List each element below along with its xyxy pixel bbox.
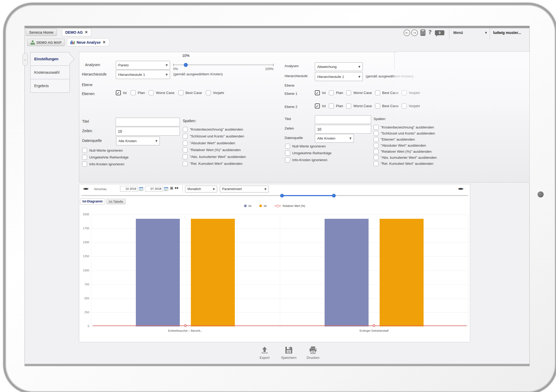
back-button[interactable]: ← — [404, 29, 410, 36]
titel-input[interactable] — [116, 118, 180, 126]
titel-input[interactable] — [315, 115, 371, 124]
checkbox-unchecked[interactable] — [149, 90, 154, 95]
hierarchiestufe-select[interactable]: Hierarchiestufe 1 ▼ — [315, 72, 363, 81]
checkbox-unchecked[interactable] — [82, 155, 87, 160]
y-tick-label: 250 — [79, 311, 89, 314]
checkbox-unchecked[interactable] — [402, 103, 407, 108]
checkbox-checked[interactable]: ✓ — [315, 103, 320, 108]
sidebar-item-knotenauswahl[interactable]: Knotenauswahl — [30, 66, 70, 79]
help-icon[interactable]: ? — [428, 29, 432, 36]
checkbox-unchecked[interactable] — [346, 103, 351, 108]
preview-nav-icon-right[interactable]: ◀●▶ — [458, 187, 463, 190]
checkbox-unchecked[interactable] — [375, 90, 380, 95]
datenquelle-select[interactable]: Alle Knoten ▼ — [116, 137, 160, 145]
tab-demo-ag-map[interactable]: DEMO AG MAP — [27, 39, 65, 46]
checkbox-unchecked[interactable] — [183, 147, 188, 152]
interval-select[interactable]: Monatlich ▼ — [185, 186, 217, 192]
list-view-icon[interactable]: ≡ — [170, 186, 173, 191]
range-track[interactable] — [81, 195, 468, 196]
tab-ist-diagramm[interactable]: Ist-Diagramm — [80, 198, 105, 205]
tab-demo-ag[interactable]: DEMO AG × — [62, 28, 91, 36]
bar-ist-1[interactable] — [325, 219, 369, 326]
checkbox-unchecked[interactable] — [183, 127, 188, 132]
checkbox-unchecked[interactable] — [82, 162, 87, 167]
checkbox-unchecked[interactable] — [285, 151, 290, 156]
checkbox-checked[interactable]: ✓ — [116, 90, 121, 95]
checkbox-unchecked[interactable] — [183, 154, 188, 159]
checkbox-unchecked[interactable] — [206, 90, 211, 95]
export-button[interactable]: Export — [254, 346, 275, 360]
range-handle-start[interactable] — [280, 194, 284, 197]
checkbox-unchecked[interactable] — [374, 155, 379, 160]
legend-item-relativer-wert[interactable]: Relativer Wert (%) — [275, 204, 305, 207]
range-selection[interactable] — [282, 195, 334, 196]
checkbox-unchecked[interactable] — [374, 149, 379, 154]
checkbox-item-best-case: Best Case — [375, 90, 399, 95]
slider-handle[interactable] — [184, 63, 188, 67]
checkbox-unchecked[interactable] — [346, 90, 351, 95]
user-name[interactable]: ludwig muster... — [493, 31, 529, 35]
checkbox-unchecked[interactable] — [131, 90, 136, 95]
checkbox-unchecked[interactable] — [374, 143, 379, 148]
hierarchiestufe-select[interactable]: Hierarchiestufe 1 ▼ — [116, 70, 170, 79]
tab-seneca-home[interactable]: Seneca Home — [26, 28, 57, 36]
menu-dropdown[interactable]: Menü ▼ — [453, 31, 487, 35]
forward-button[interactable]: → — [411, 29, 418, 36]
preview-nav-icon[interactable]: ◀●▶ — [83, 187, 88, 190]
ebenen-label: Ebenen — [82, 92, 95, 96]
checkbox-unchecked[interactable] — [374, 137, 379, 142]
date-from-input[interactable] — [120, 186, 138, 192]
checkbox-unchecked[interactable] — [285, 144, 290, 149]
checkbox-item-ist: ✓Ist — [315, 90, 326, 95]
legend-item-ist[interactable]: Ist — [244, 204, 251, 207]
mode-select[interactable]: Parametrisiert ▼ — [220, 186, 269, 192]
checkbox-unchecked[interactable] — [329, 103, 334, 108]
analysen-select[interactable]: Abweichung ▼ — [315, 62, 363, 71]
range-handle-end[interactable] — [332, 194, 336, 197]
slider-track[interactable] — [173, 64, 274, 65]
checkbox-unchecked[interactable] — [285, 157, 290, 162]
checkbox-label: Info-Knoten ignorieren — [292, 158, 327, 162]
messages-icon[interactable]: 0 — [435, 30, 444, 35]
close-icon[interactable]: × — [85, 30, 88, 34]
calculator-icon[interactable] — [420, 29, 425, 36]
calendar-icon[interactable] — [164, 187, 168, 191]
bar-ist-2[interactable] — [380, 219, 424, 326]
checkbox-unchecked[interactable] — [402, 90, 407, 95]
ebene2-checkrow: ✓IstPlanWorst CaseBest CaseVorjahr — [315, 103, 420, 108]
checkbox-unchecked[interactable] — [183, 161, 188, 166]
checkbox-item-worst-case: Worst Case — [149, 90, 174, 95]
checkbox-checked[interactable]: ✓ — [315, 90, 320, 95]
checkbox-unchecked[interactable] — [183, 141, 188, 146]
zeilen-input[interactable] — [116, 127, 180, 136]
zeilen-label: Zeilen — [285, 126, 294, 130]
checkbox-unchecked[interactable] — [374, 125, 379, 130]
expand-range-icon[interactable]: ↔ — [175, 185, 178, 191]
tab-ist-tabelle[interactable]: Ist-Tabelle — [106, 199, 126, 204]
date-to-input[interactable] — [145, 186, 163, 192]
checkbox-unchecked[interactable] — [329, 90, 334, 95]
checkbox-unchecked[interactable] — [82, 148, 87, 153]
checkbox-label: Umgekehrte Reihenfolge — [89, 155, 128, 159]
legend-item-ist[interactable]: Ist — [259, 204, 267, 207]
print-button[interactable]: Drucken — [303, 346, 323, 360]
checkbox-unchecked[interactable] — [178, 90, 183, 95]
sidebar-item-einstellungen[interactable]: Einstellungen — [30, 52, 70, 66]
legend-label: Ist — [264, 204, 267, 207]
save-button[interactable]: Speichern — [279, 346, 299, 360]
checkbox-unchecked[interactable] — [374, 161, 379, 166]
analysen-select[interactable]: Pareto ▼ — [116, 61, 170, 70]
checkbox-unchecked[interactable] — [375, 103, 380, 108]
calendar-icon[interactable] — [139, 187, 143, 191]
datenquelle-select[interactable]: Alle Knoten ▼ — [315, 134, 354, 143]
sidebar-item-ergebnis[interactable]: Ergebnis — [30, 79, 70, 93]
bar-ist-1[interactable] — [136, 219, 180, 326]
close-icon[interactable]: × — [102, 40, 106, 44]
checkbox-unchecked[interactable] — [374, 131, 379, 136]
checkbox-item-ebenen-ausblenden: "Ebenen" ausblenden — [374, 137, 437, 142]
tab-neue-analyse[interactable]: Neue Analyse × — [67, 38, 109, 46]
sidebar-collapse-handle[interactable]: ‹ — [23, 53, 28, 66]
bar-ist-2[interactable] — [191, 219, 235, 326]
checkbox-unchecked[interactable] — [183, 134, 188, 139]
zeilen-input[interactable] — [315, 125, 371, 133]
